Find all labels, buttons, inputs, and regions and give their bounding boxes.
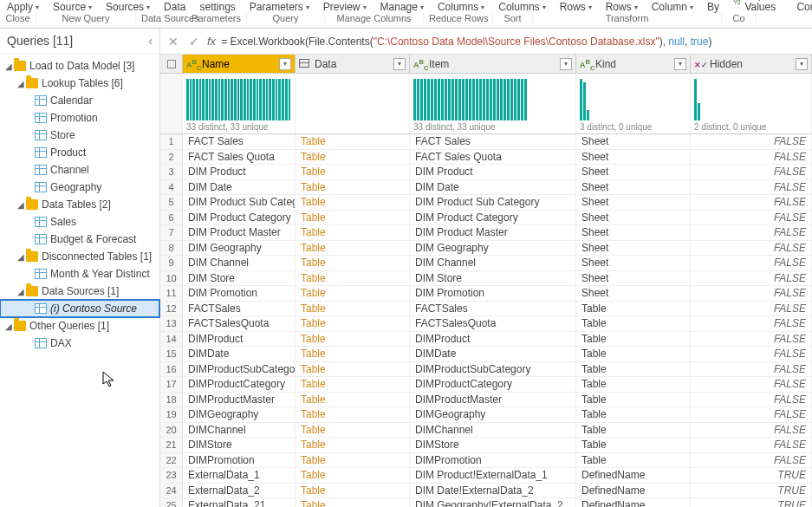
cell-hidden[interactable]: FALSE [691,150,812,165]
tree-twisty-icon[interactable]: ◢ [16,200,26,210]
cell-data[interactable]: Table [296,377,410,392]
table-row[interactable]: 24ExternalData_2TableDIM Date!ExternalDa… [160,484,812,499]
cell-data[interactable]: Table [296,195,410,210]
cell-hidden[interactable]: FALSE [691,256,812,270]
table-row[interactable]: 3DIM ProductTableDIM ProductSheetFALSE [160,165,812,180]
cell-item[interactable]: DIMStore [410,438,576,452]
cell-hidden[interactable]: FALSE [691,347,812,361]
query-item--i-contoso-source[interactable]: (i) Contoso Source [0,300,159,317]
cell-item[interactable]: DIMPromotion [410,453,576,468]
cell-name[interactable]: DIM Store [183,271,296,286]
query-group-disconnected-tables-1-[interactable]: ◢Disconnected Tables [1] [0,248,159,265]
cell-kind[interactable]: Table [576,347,691,361]
cell-hidden[interactable]: FALSE [691,453,812,468]
table-row[interactable]: 20DIMChannelTableDIMChannelTableFALSE [160,423,812,439]
cell-item[interactable]: DIM Date!ExternalData_2 [410,484,576,498]
cell-name[interactable]: ExternalData_21 [183,498,296,507]
query-group-data-sources-1-[interactable]: ◢Data Sources [1] [0,283,159,300]
cell-hidden[interactable]: FALSE [691,165,812,179]
ribbon-cmd-apply[interactable]: Apply▾ [0,1,46,13]
cell-kind[interactable]: Table [576,362,691,377]
table-row[interactable]: 4DIM DateTableDIM DateSheetFALSE [160,180,812,196]
table-row[interactable]: 21DIMStoreTableDIMStoreTableFALSE [160,438,812,453]
cell-name[interactable]: DIMProductMaster [183,393,296,407]
query-group-load-to-data-model-3-[interactable]: ◢Load to Data Model [3] [0,57,159,75]
column-header-kind[interactable]: ABCKind▾ [576,55,691,73]
cell-kind[interactable]: Table [576,393,691,407]
cell-name[interactable]: FACTSalesQuota [183,316,296,331]
cell-data[interactable]: Table [296,407,410,422]
cell-name[interactable]: DIM Product Category [183,211,296,225]
table-row[interactable]: 18DIMProductMasterTableDIMProductMasterT… [160,393,812,408]
query-group-data-tables-2-[interactable]: ◢Data Tables [2] [0,196,159,213]
data-grid[interactable]: 1FACT SalesTableFACT SalesSheetFALSE2FAC… [160,134,812,507]
cell-hidden[interactable]: FALSE [691,195,812,210]
cell-kind[interactable]: Table [576,316,691,331]
cell-kind[interactable]: DefinedName [576,468,691,483]
cell-kind[interactable]: Sheet [576,150,691,165]
table-row[interactable]: 2FACT Sales QuotaTableFACT Sales QuotaSh… [160,150,812,166]
column-filter-icon[interactable]: ▾ [560,58,572,70]
cell-item[interactable]: DIMDate [410,347,576,361]
ribbon-cmd-columns[interactable]: Columns▾ [491,1,552,13]
cell-item[interactable]: FACTSalesQuota [410,316,576,331]
query-group-lookup-tables-6-[interactable]: ◢Lookup Tables [6] [0,75,159,92]
cell-kind[interactable]: Sheet [576,256,691,270]
cell-item[interactable]: FACT Sales Quota [410,150,576,165]
table-row[interactable]: 5DIM Product Sub CategoryTableDIM Produc… [160,195,812,211]
row-number[interactable]: 23 [160,468,183,483]
ribbon-cmd-replace-values[interactable]: ½Replace Values [726,0,789,13]
row-number[interactable]: 9 [160,256,183,270]
row-number[interactable]: 11 [160,286,183,301]
row-number[interactable]: 5 [160,195,183,210]
cell-kind[interactable]: Table [576,453,691,468]
row-number[interactable]: 22 [160,453,183,468]
table-row[interactable]: 15DIMDateTableDIMDateTableFALSE [160,347,812,362]
cell-name[interactable]: FACT Sales [183,134,296,149]
column-header-data[interactable]: Data▾ [296,55,410,73]
cell-name[interactable]: DIM Date [183,180,296,195]
formula-text[interactable]: = Excel.Workbook(File.Contents("C:\Conto… [221,36,807,48]
row-number[interactable]: 6 [160,211,183,225]
cell-data[interactable]: Table [296,468,410,483]
cell-data[interactable]: Table [296,498,410,507]
ribbon-cmd-parameters[interactable]: Parameters▾ [243,1,316,13]
table-row[interactable]: 17DIMProductCategoryTableDIMProductCateg… [160,377,812,393]
cell-hidden[interactable]: FALSE [691,362,812,377]
cell-hidden[interactable]: FALSE [691,393,812,407]
ribbon-cmd-settings[interactable]: settings [192,1,242,13]
cell-data[interactable]: Table [296,211,410,225]
cell-data[interactable]: Table [296,241,410,256]
cell-item[interactable]: DIM Product [410,165,576,179]
query-item-dax[interactable]: DAX [0,335,159,352]
cell-name[interactable]: DIMStore [183,438,296,452]
cell-kind[interactable]: Sheet [576,134,691,149]
cell-hidden[interactable]: FALSE [691,225,812,240]
collapse-pane-icon[interactable]: ‹ [148,34,153,48]
table-row[interactable]: 14DIMProductTableDIMProductTableFALSE [160,332,812,348]
cell-data[interactable]: Table [296,256,410,270]
cell-name[interactable]: DIMProduct [183,332,296,347]
cell-kind[interactable]: DefinedName [576,484,691,498]
cell-name[interactable]: DIM Product [183,165,296,179]
tree-twisty-icon[interactable]: ◢ [3,62,14,71]
cell-kind[interactable]: Sheet [576,225,691,240]
query-item-geography[interactable]: Geography [0,179,159,196]
cell-item[interactable]: DIMChannel [410,423,576,438]
cell-item[interactable]: DIMProductSubCategory [410,362,576,377]
row-number[interactable]: 21 [160,438,183,452]
cell-kind[interactable]: DefinedName [576,498,691,507]
cell-hidden[interactable]: FALSE [691,438,812,452]
cell-kind[interactable]: Table [576,377,691,392]
row-number[interactable]: 16 [160,362,183,377]
cell-kind[interactable]: Table [576,438,691,452]
ribbon-cmd-columns[interactable]: Columns▾ [431,1,491,13]
cell-name[interactable]: DIMChannel [183,423,296,438]
query-item-channel[interactable]: Channel [0,161,159,179]
row-number[interactable]: 14 [160,332,183,347]
row-number[interactable]: 4 [160,180,183,195]
cell-name[interactable]: DIM Product Sub Category [183,195,296,210]
cell-hidden[interactable]: FALSE [691,407,812,422]
cell-data[interactable]: Table [296,271,410,286]
column-filter-icon[interactable]: ▾ [393,58,406,70]
